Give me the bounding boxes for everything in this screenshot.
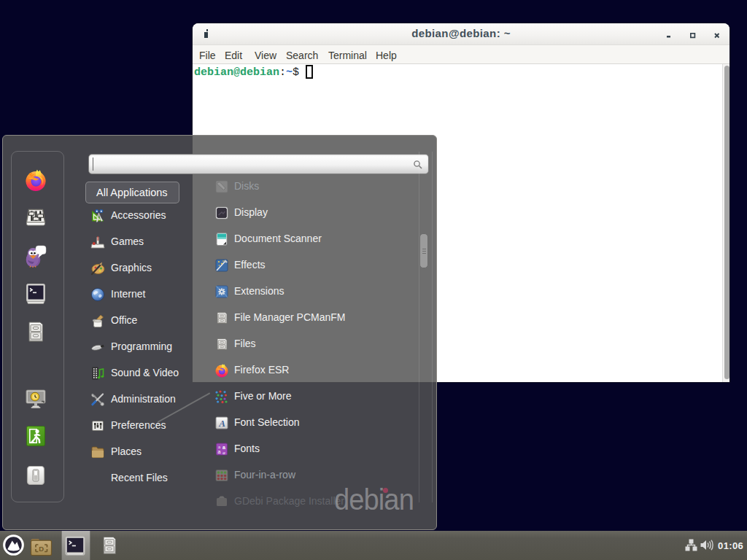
- svg-text:a: a: [218, 449, 221, 454]
- svg-text:D: D: [39, 545, 44, 553]
- svg-text:A: A: [218, 418, 225, 429]
- svg-text:a: a: [222, 450, 225, 456]
- svg-text:a: a: [222, 445, 225, 450]
